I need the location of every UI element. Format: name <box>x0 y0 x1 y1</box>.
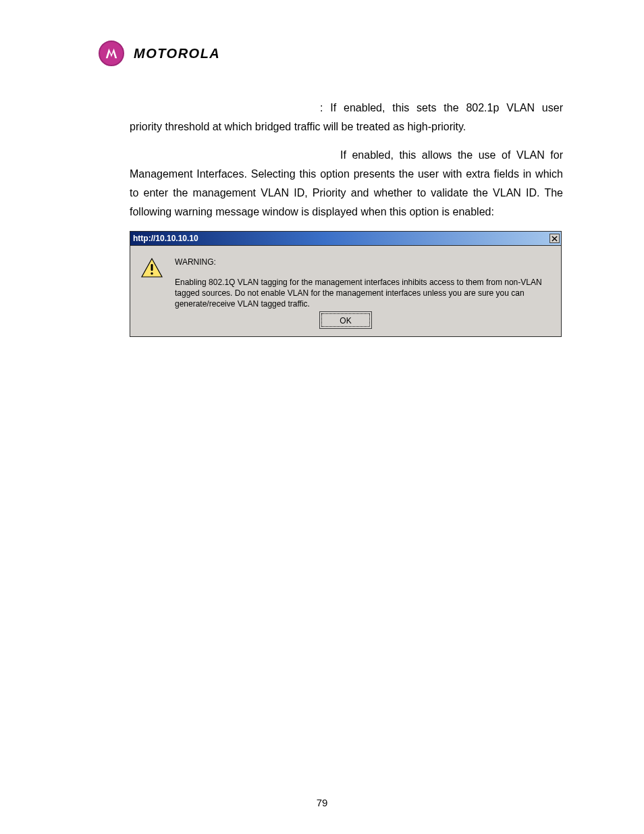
svg-rect-1 <box>151 264 153 271</box>
svg-point-2 <box>151 272 153 275</box>
dialog-heading: WARNING: <box>175 257 552 267</box>
close-icon <box>552 236 558 242</box>
para1-lead: : <box>320 102 330 113</box>
document-page: MOTOROLA : If enabled, this sets the 802… <box>0 0 644 834</box>
page-header: MOTOROLA <box>99 41 563 66</box>
dialog-footer: OK <box>130 312 561 336</box>
para2-text: If enabled, this allows the use of VLAN … <box>130 149 563 217</box>
brand-label: MOTOROLA <box>134 46 220 61</box>
page-number: 79 <box>0 797 644 808</box>
paragraph-2: If enabled, this allows the use of VLAN … <box>130 146 563 221</box>
ok-button[interactable]: OK <box>321 313 370 327</box>
para1-text: If enabled, this sets the 802.1p VLAN us… <box>130 102 563 132</box>
dialog-title-text: http://10.10.10.10 <box>133 234 198 243</box>
dialog-body: WARNING: Enabling 802.1Q VLAN tagging fo… <box>130 246 561 312</box>
dialog-text: WARNING: Enabling 802.1Q VLAN tagging fo… <box>175 257 552 309</box>
dialog-message: Enabling 802.1Q VLAN tagging for the man… <box>175 277 552 309</box>
close-button[interactable] <box>549 234 560 243</box>
body-column: : If enabled, this sets the 802.1p VLAN … <box>130 99 563 221</box>
warning-dialog: http://10.10.10.10 WARNING: Enabling 802… <box>130 231 562 337</box>
motorola-logo-icon <box>99 41 124 66</box>
warning-icon <box>141 257 163 309</box>
dialog-titlebar: http://10.10.10.10 <box>130 232 561 246</box>
paragraph-1: : If enabled, this sets the 802.1p VLAN … <box>130 99 563 136</box>
